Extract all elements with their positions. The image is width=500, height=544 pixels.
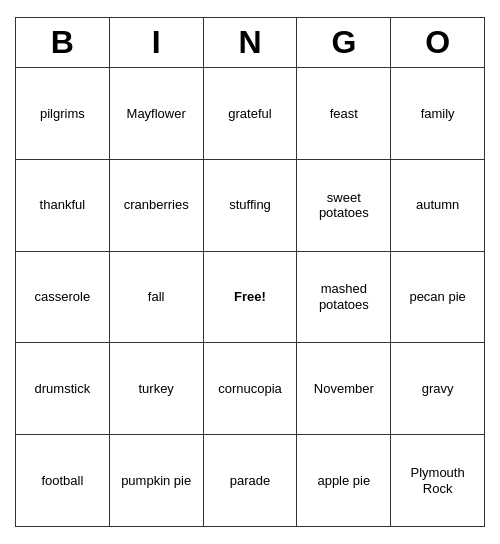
bingo-cell: apple pie bbox=[297, 435, 391, 527]
bingo-cell: mashed potatoes bbox=[297, 251, 391, 343]
bingo-cell: drumstick bbox=[16, 343, 110, 435]
bingo-cell: turkey bbox=[109, 343, 203, 435]
bingo-cell: pilgrims bbox=[16, 68, 110, 160]
bingo-header-row: BINGO bbox=[16, 18, 485, 68]
bingo-cell: feast bbox=[297, 68, 391, 160]
bingo-cell: stuffing bbox=[203, 159, 297, 251]
bingo-cell: family bbox=[391, 68, 485, 160]
bingo-cell: pumpkin pie bbox=[109, 435, 203, 527]
bingo-cell: Free! bbox=[203, 251, 297, 343]
bingo-cell: gravy bbox=[391, 343, 485, 435]
bingo-cell: pecan pie bbox=[391, 251, 485, 343]
bingo-header-letter: N bbox=[203, 18, 297, 68]
bingo-header-letter: B bbox=[16, 18, 110, 68]
bingo-cell: football bbox=[16, 435, 110, 527]
bingo-card: BINGO pilgrimsMayflowergratefulfeastfami… bbox=[15, 17, 485, 527]
bingo-cell: casserole bbox=[16, 251, 110, 343]
bingo-header-letter: G bbox=[297, 18, 391, 68]
bingo-cell: sweet potatoes bbox=[297, 159, 391, 251]
bingo-header-letter: I bbox=[109, 18, 203, 68]
bingo-header-letter: O bbox=[391, 18, 485, 68]
bingo-cell: fall bbox=[109, 251, 203, 343]
bingo-cell: cornucopia bbox=[203, 343, 297, 435]
bingo-cell: November bbox=[297, 343, 391, 435]
bingo-cell: grateful bbox=[203, 68, 297, 160]
bingo-cell: cranberries bbox=[109, 159, 203, 251]
bingo-cell: Mayflower bbox=[109, 68, 203, 160]
bingo-row: thankfulcranberriesstuffingsweet potatoe… bbox=[16, 159, 485, 251]
bingo-row: pilgrimsMayflowergratefulfeastfamily bbox=[16, 68, 485, 160]
bingo-cell: parade bbox=[203, 435, 297, 527]
bingo-cell: thankful bbox=[16, 159, 110, 251]
bingo-row: casserolefallFree!mashed potatoespecan p… bbox=[16, 251, 485, 343]
bingo-cell: Plymouth Rock bbox=[391, 435, 485, 527]
bingo-row: footballpumpkin pieparadeapple piePlymou… bbox=[16, 435, 485, 527]
bingo-row: drumstickturkeycornucopiaNovembergravy bbox=[16, 343, 485, 435]
bingo-cell: autumn bbox=[391, 159, 485, 251]
